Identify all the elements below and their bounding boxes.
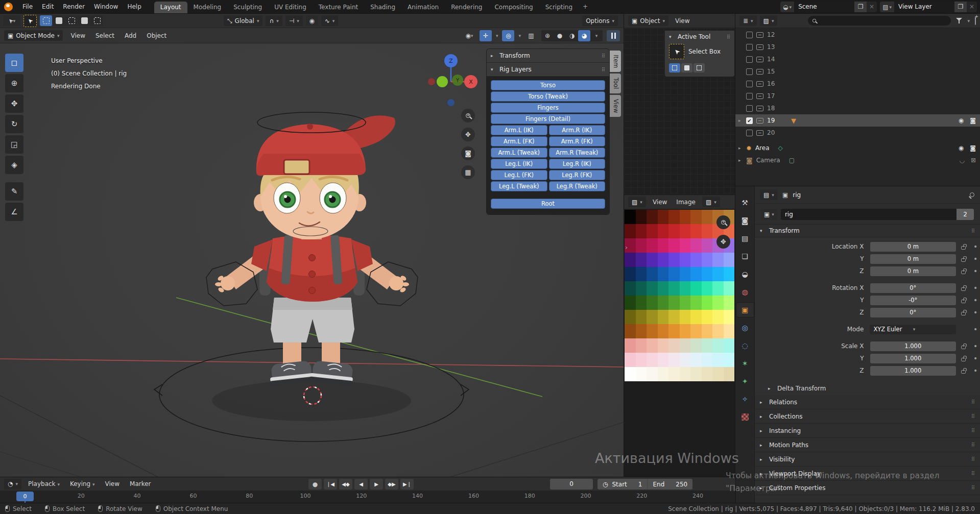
rig-layer-button[interactable]: Fingers (Detail) (491, 114, 605, 124)
disable-render-camera-icon[interactable]: ◙ (970, 117, 976, 124)
select-mode-set[interactable] (40, 15, 52, 26)
workspace-tab-rendering[interactable]: Rendering (445, 2, 488, 14)
rig-layer-button[interactable]: Torso (491, 80, 605, 90)
users-count-badge[interactable]: 2 (957, 209, 974, 220)
collection-checkbox[interactable] (746, 44, 753, 51)
view-layer-copy-button[interactable]: ❐ (954, 2, 967, 12)
sidebar-tab-view[interactable]: View (610, 95, 621, 117)
lock-icon[interactable] (961, 370, 966, 374)
property-value-field[interactable]: 1.000 (870, 366, 956, 376)
ortho-toggle-button[interactable]: ▦ (461, 165, 475, 179)
hide-viewport-eye-icon[interactable]: ◡ (959, 157, 964, 164)
lock-icon[interactable] (961, 271, 966, 274)
properties-tab-texture[interactable] (736, 410, 754, 424)
lock-icon[interactable] (961, 346, 966, 349)
select-mode-subtract[interactable] (65, 15, 78, 26)
expand-arrow-icon[interactable]: ▸ (738, 158, 743, 163)
properties-tab-physics[interactable]: ◌ (736, 338, 754, 353)
shading-wireframe[interactable]: ⊕ (541, 30, 554, 41)
disable-render-camera-icon[interactable]: ⊠ (971, 157, 976, 164)
workspace-tab-animation[interactable]: Animation (401, 2, 445, 14)
workspace-tab-shading[interactable]: Shading (364, 2, 401, 14)
property-value-field[interactable]: 0 m (870, 266, 956, 276)
section-relations[interactable]: ▸Relations⠿ (755, 395, 980, 409)
lock-icon[interactable] (961, 246, 966, 250)
options-dropdown[interactable]: Options▾ (582, 15, 618, 26)
playhead[interactable]: 0 (16, 492, 34, 501)
panel-grip-icon[interactable]: ⠿ (727, 34, 730, 40)
snap-target-dropdown[interactable]: ⊣▾ (285, 15, 303, 26)
viewport-menu-object[interactable]: Object (145, 32, 168, 39)
section-instancing[interactable]: ▸Instancing⠿ (755, 424, 980, 438)
play-button[interactable]: ▶ (370, 479, 383, 489)
animate-dot-icon[interactable]: • (971, 308, 980, 316)
tool-select-box[interactable]: ◻ (5, 54, 23, 72)
new-collection-button[interactable]: + (975, 17, 976, 25)
rig-layer-button[interactable]: Arm.R (FK) (549, 136, 606, 146)
menu-edit[interactable]: Edit (37, 3, 58, 10)
snap-toggle[interactable]: ∩▾ (266, 15, 282, 26)
overlays-toggle[interactable]: ◎ (502, 30, 514, 41)
shading-material[interactable]: ◑ (566, 30, 578, 41)
properties-tab-world[interactable]: ◍ (736, 285, 754, 299)
rig-layer-button[interactable]: Torso (Tweak) (491, 91, 605, 102)
workspace-tab-sculpting[interactable]: Sculpting (227, 2, 268, 14)
animate-dot-icon[interactable]: • (971, 255, 980, 263)
select-mode-invert[interactable] (78, 15, 90, 26)
lock-icon[interactable] (961, 358, 966, 361)
overlays-dropdown[interactable]: ▾ (518, 33, 521, 38)
animate-dot-icon[interactable]: • (971, 342, 980, 350)
outliner-row-camera[interactable]: ▸◙Camera▢◡⊠ (735, 154, 980, 166)
panel-grip-icon[interactable]: ⠿ (971, 428, 975, 433)
hide-viewport-eye-icon[interactable]: ◉ (959, 144, 964, 152)
properties-tab-view-layer[interactable]: ❏ (736, 249, 754, 263)
editor-type-button[interactable]: ▨▾ (628, 197, 646, 207)
outliner-row-area[interactable]: ▸✹Area◇◉◙ (735, 142, 980, 154)
section-collections[interactable]: ▸Collections⠿ (755, 409, 980, 424)
properties-tab-object[interactable]: ▣ (736, 303, 754, 317)
animate-dot-icon[interactable]: • (971, 296, 980, 304)
panel-grip-icon[interactable]: ⠿ (971, 456, 975, 462)
pan-hand-button[interactable]: ✥ (716, 235, 730, 249)
panel-grip-icon[interactable]: ⠿ (971, 413, 975, 419)
timeline-menu-playback[interactable]: Playback ▾ (27, 480, 61, 487)
animate-dot-icon[interactable]: • (971, 366, 980, 375)
scene-name[interactable]: Scene (794, 2, 854, 12)
property-value-field[interactable]: 0° (870, 308, 956, 317)
collection-checkbox[interactable] (746, 93, 753, 100)
outliner-row-collection-16[interactable]: 16 (735, 78, 980, 90)
shading-solid[interactable]: ● (554, 30, 566, 41)
collection-checkbox[interactable] (746, 130, 753, 136)
tool-rotate[interactable]: ↻ (5, 115, 23, 133)
lock-icon[interactable] (961, 300, 966, 303)
xray-toggle[interactable]: ▥ (525, 30, 537, 41)
properties-tab-output[interactable]: ▤ (736, 231, 754, 246)
properties-tab-scene[interactable]: ◒ (736, 267, 754, 281)
mini-view-menu[interactable]: View (674, 17, 691, 25)
sidebar-tab-item[interactable]: Item (610, 51, 621, 72)
active-tool-dropdown[interactable]: ➤▾ (3, 15, 20, 26)
section-motion-paths[interactable]: ▸Motion Paths⠿ (755, 438, 980, 452)
panel-grip-icon[interactable]: ⠿ (602, 53, 605, 59)
tool-annotate[interactable]: ✎ (5, 182, 23, 201)
panel-grip-icon[interactable]: ⠿ (971, 485, 975, 491)
mode-extend-button[interactable] (681, 63, 692, 72)
tool-move[interactable]: ✥ (5, 94, 23, 113)
rig-layer-button[interactable]: Leg.R (IK) (549, 159, 606, 169)
pin-icon[interactable] (969, 192, 975, 198)
record-button[interactable]: ● (308, 479, 322, 489)
jump-to-start-button[interactable]: ❘◀ (324, 479, 337, 489)
tool-measure[interactable]: ∠ (5, 203, 23, 221)
outliner-row-collection-13[interactable]: 13 (735, 41, 980, 53)
rig-layer-button[interactable]: Arm.R (Tweak) (549, 148, 606, 158)
lock-icon[interactable] (961, 258, 966, 262)
rig-layer-button[interactable]: Leg.L (IK) (491, 159, 547, 169)
view-layer-remove-button[interactable]: × (967, 2, 977, 12)
animate-dot-icon[interactable]: • (971, 267, 980, 275)
panel-grip-icon[interactable]: ⠿ (971, 471, 975, 476)
gizmos-dropdown[interactable]: ▾ (496, 33, 498, 38)
outliner-row-collection-20[interactable]: 20 (735, 127, 980, 139)
tool-transform[interactable]: ◈ (5, 156, 23, 174)
rig-layer-button[interactable]: Fingers (491, 103, 605, 113)
disable-render-camera-icon[interactable]: ◙ (970, 144, 976, 152)
